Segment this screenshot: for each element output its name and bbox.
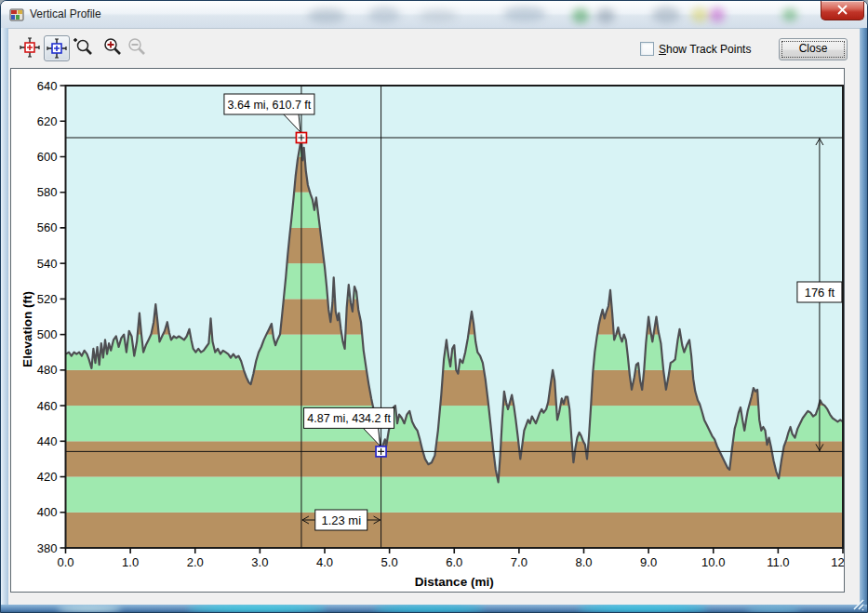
selected-peak-marker[interactable]	[296, 133, 306, 143]
zoom-out-icon	[126, 36, 148, 59]
svg-text:6.0: 6.0	[446, 555, 462, 569]
svg-text:600: 600	[37, 150, 58, 164]
svg-text:620: 620	[37, 114, 58, 128]
x-axis-title: Distance (mi)	[415, 575, 494, 589]
zoom-in-button[interactable]	[101, 36, 124, 59]
svg-text:12.0: 12.0	[831, 555, 844, 569]
aero-glass-blur	[1, 1, 867, 28]
window-close-button[interactable]	[821, 1, 864, 20]
svg-text:1.0: 1.0	[122, 555, 139, 569]
distance-measurement-label: 1.23 mi	[321, 513, 361, 527]
select-point-red-crosshair-button[interactable]	[19, 36, 41, 59]
svg-text:580: 580	[37, 185, 58, 199]
svg-text:10.0: 10.0	[701, 555, 725, 569]
svg-text:640: 640	[37, 79, 58, 93]
svg-text:8.0: 8.0	[575, 555, 592, 569]
window-border-bottom	[1, 605, 867, 612]
red-crosshair-icon	[19, 36, 41, 59]
zoom-out-button[interactable]	[126, 36, 148, 59]
window-border-left	[1, 28, 8, 612]
window-border-right	[860, 28, 867, 612]
elevation-profile-chart[interactable]: 3804004204404604805005205405605806006206…	[11, 69, 844, 592]
selected-measure-marker[interactable]	[376, 446, 386, 457]
svg-text:500: 500	[37, 327, 58, 341]
show-track-points-checkbox[interactable]: Show Track Points	[640, 42, 751, 56]
svg-text:3.64 mi, 610.7 ft: 3.64 mi, 610.7 ft	[228, 99, 312, 112]
svg-text:2.0: 2.0	[187, 555, 204, 569]
window-title: Vertical Profile	[30, 7, 101, 20]
close-button[interactable]: Close	[779, 38, 848, 60]
close-icon	[836, 5, 848, 16]
svg-text:560: 560	[37, 220, 58, 234]
measure-point-blue-crosshair-button[interactable]	[44, 35, 70, 61]
svg-text:4.87 mi, 434.2 ft: 4.87 mi, 434.2 ft	[307, 412, 391, 425]
vertical-profile-window: Vertical Profile	[0, 0, 868, 613]
svg-text:520: 520	[37, 292, 58, 306]
height-measurement-label: 176 ft	[805, 286, 835, 300]
checkbox-label: Show Track Points	[659, 43, 751, 56]
checkbox-box[interactable]	[640, 42, 654, 56]
svg-text:4.0: 4.0	[316, 555, 333, 569]
chart-panel: 3804004204404604805005205405605806006206…	[10, 68, 845, 593]
y-axis-title: Elevation (ft)	[20, 291, 34, 367]
zoom-in-icon	[101, 36, 124, 59]
svg-text:420: 420	[37, 470, 58, 484]
titlebar[interactable]: Vertical Profile	[1, 1, 867, 29]
blue-crosshair-icon	[46, 37, 68, 60]
svg-text:540: 540	[37, 257, 58, 271]
svg-text:11.0: 11.0	[767, 555, 789, 569]
svg-text:0.0: 0.0	[57, 555, 73, 569]
svg-text:5.0: 5.0	[381, 555, 398, 569]
svg-text:440: 440	[37, 434, 58, 448]
svg-text:480: 480	[37, 363, 58, 377]
zoom-selection-icon	[72, 36, 94, 59]
svg-text:7.0: 7.0	[511, 555, 527, 569]
svg-text:460: 460	[37, 399, 58, 413]
svg-text:380: 380	[37, 541, 58, 555]
svg-text:400: 400	[37, 505, 58, 519]
svg-text:9.0: 9.0	[640, 555, 657, 569]
svg-text:3.0: 3.0	[251, 555, 268, 569]
resize-grip-icon[interactable]	[850, 596, 865, 611]
app-icon	[9, 7, 24, 22]
zoom-selection-button[interactable]	[72, 36, 94, 59]
